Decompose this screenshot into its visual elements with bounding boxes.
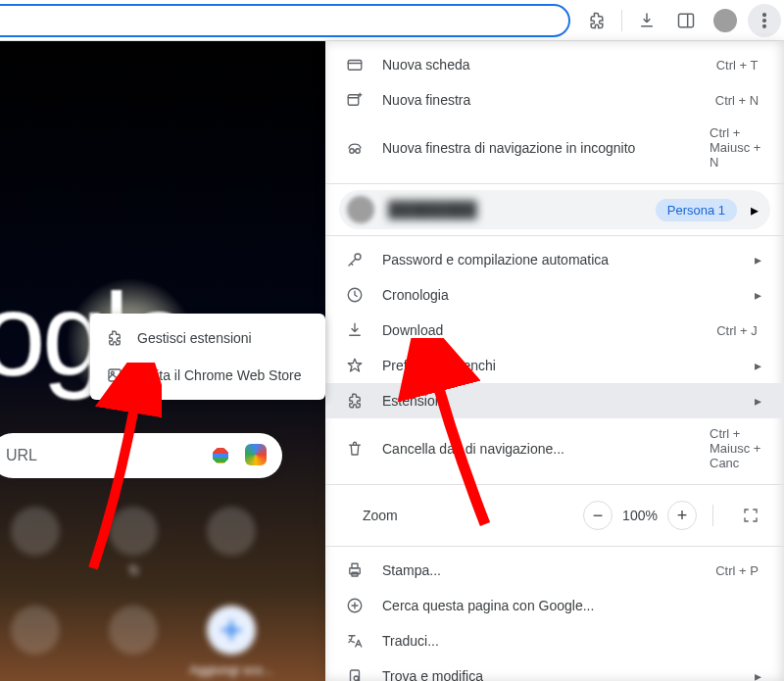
trash-icon <box>345 440 365 458</box>
menu-item-find[interactable]: Trova e modifica▸ <box>325 658 784 681</box>
manage-extensions-label: Gestisci estensioni <box>137 330 252 346</box>
webstore-icon <box>106 366 123 384</box>
menu-item-label: Password e compilazione automatica <box>382 252 737 268</box>
chevron-right-icon: ▸ <box>751 201 759 219</box>
menu-shortcut: Ctrl + P <box>710 563 764 578</box>
sidepanel-toolbar-icon[interactable] <box>669 4 703 37</box>
svg-point-4 <box>763 24 766 27</box>
profile-toolbar-icon[interactable] <box>709 4 742 37</box>
toolbar-icons <box>580 4 781 37</box>
menu-shortcut: Ctrl + Maiusc + N <box>710 125 764 170</box>
chevron-right-icon: ▸ <box>755 668 764 681</box>
shortcut-item[interactable]: Ti <box>106 507 161 578</box>
menu-item-extensions[interactable]: Estensioni▸ <box>325 383 784 418</box>
menu-separator <box>325 183 784 184</box>
avatar-icon <box>347 196 374 223</box>
zoom-divider <box>712 505 713 526</box>
menu-item-bookmarks[interactable]: Preferiti ed elenchi▸ <box>325 348 784 383</box>
profile-row[interactable]: ████████Persona 1▸ <box>339 190 770 229</box>
chevron-right-icon: ▸ <box>755 358 764 373</box>
visit-webstore-item[interactable]: Visita il Chrome Web Store <box>90 357 325 394</box>
ntp-search-bar[interactable]: URL <box>0 433 282 478</box>
window-plus-icon <box>345 91 365 109</box>
svg-rect-8 <box>348 95 359 106</box>
menu-item-translate[interactable]: Traduci... <box>325 623 784 658</box>
find-icon <box>345 667 365 681</box>
zoom-out-button[interactable]: − <box>583 501 612 530</box>
print-icon <box>345 561 365 579</box>
chrome-main-menu: Nuova schedaCtrl + TNuova finestraCtrl +… <box>325 41 784 681</box>
chevron-right-icon: ▸ <box>755 393 764 409</box>
download-icon <box>345 321 365 339</box>
google-icon <box>345 597 365 614</box>
chevron-right-icon: ▸ <box>755 287 764 303</box>
chevron-right-icon: ▸ <box>755 252 764 268</box>
svg-rect-7 <box>348 61 362 71</box>
menu-item-label: Preferiti ed elenchi <box>382 358 737 373</box>
menu-item-label: Estensioni <box>382 393 737 409</box>
menu-item-clear[interactable]: Cancella dati di navigazione...Ctrl + Ma… <box>325 418 784 478</box>
svg-rect-0 <box>679 14 694 26</box>
svg-rect-15 <box>352 563 358 568</box>
ntp-shortcuts: Ti Aggiungi sco... <box>0 507 325 677</box>
tab-icon <box>345 56 365 73</box>
shortcut-item[interactable] <box>204 507 259 578</box>
menu-item-passwords[interactable]: Password e compilazione automatica▸ <box>325 242 784 277</box>
menu-shortcut: Ctrl + Maiusc + Canc <box>710 426 764 470</box>
toolbar-divider <box>621 10 622 31</box>
shortcut-item[interactable] <box>8 507 63 578</box>
translate-icon <box>345 632 365 650</box>
menu-item-label: Cronologia <box>382 287 737 303</box>
menu-shortcut: Ctrl + T <box>710 58 764 73</box>
zoom-in-button[interactable]: + <box>667 501 697 530</box>
extensions-toolbar-icon[interactable] <box>580 4 613 37</box>
search-placeholder: URL <box>6 447 37 464</box>
fullscreen-button[interactable] <box>737 502 764 529</box>
menu-separator <box>325 235 784 236</box>
menu-item-label: Stampa... <box>382 562 692 578</box>
zoom-row: Zoom−100%+ <box>325 491 784 540</box>
key-icon <box>345 251 365 268</box>
menu-item-search-google[interactable]: Cerca questa pagina con Google... <box>325 588 784 623</box>
zoom-label: Zoom <box>363 508 565 523</box>
menu-item-print[interactable]: Stampa...Ctrl + P <box>325 553 784 588</box>
history-icon <box>345 286 365 304</box>
visit-webstore-label: Visita il Chrome Web Store <box>137 367 302 383</box>
voice-search-icon[interactable] <box>212 444 229 467</box>
image-search-icon[interactable] <box>245 444 267 465</box>
profile-name: ████████ <box>388 201 642 219</box>
menu-item-new-tab[interactable]: Nuova schedaCtrl + T <box>325 47 784 82</box>
svg-point-2 <box>763 13 766 16</box>
menu-item-label: Traduci... <box>382 633 764 649</box>
menu-item-label: Nuova finestra di navigazione in incogni… <box>382 140 692 156</box>
menu-item-downloads[interactable]: DownloadCtrl + J <box>325 313 784 348</box>
menu-item-history[interactable]: Cronologia▸ <box>325 277 784 313</box>
menu-item-label: Nuova finestra <box>382 92 692 108</box>
kebab-menu-button[interactable] <box>748 4 781 37</box>
shortcut-item[interactable] <box>8 606 63 677</box>
menu-item-new-window[interactable]: Nuova finestraCtrl + N <box>325 82 784 118</box>
svg-point-3 <box>763 19 766 22</box>
profile-badge: Persona 1 <box>656 199 737 221</box>
avatar-icon <box>713 9 737 32</box>
menu-item-label: Cerca questa pagina con Google... <box>382 598 764 613</box>
omnibox[interactable] <box>0 4 570 37</box>
shortcut-item[interactable] <box>106 606 161 677</box>
menu-item-label: Download <box>382 322 692 338</box>
browser-topbar <box>0 0 784 41</box>
add-shortcut-button[interactable]: Aggiungi sco... <box>204 606 259 677</box>
menu-shortcut: Ctrl + J <box>710 323 764 338</box>
menu-shortcut: Ctrl + N <box>710 93 764 108</box>
extensions-submenu: Gestisci estensioni Visita il Chrome Web… <box>90 314 325 400</box>
menu-item-incognito[interactable]: Nuova finestra di navigazione in incogni… <box>325 118 784 177</box>
menu-item-label: Trova e modifica <box>382 668 737 681</box>
puzzle-icon <box>345 392 365 410</box>
zoom-value: 100% <box>620 508 660 523</box>
puzzle-icon <box>106 329 123 347</box>
menu-separator <box>325 484 784 485</box>
manage-extensions-item[interactable]: Gestisci estensioni <box>90 319 325 357</box>
menu-separator <box>325 546 784 547</box>
menu-item-label: Cancella dati di navigazione... <box>382 441 692 457</box>
star-icon <box>345 357 365 374</box>
downloads-toolbar-icon[interactable] <box>630 4 663 37</box>
